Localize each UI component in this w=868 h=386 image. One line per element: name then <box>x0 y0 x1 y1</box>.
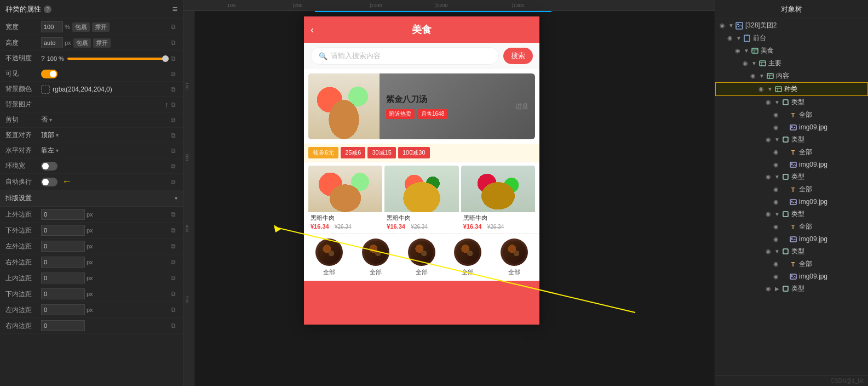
eye-icon-1[interactable]: ◉ <box>717 22 727 29</box>
valign-select[interactable]: 顶部 ▾ <box>41 130 59 140</box>
copy-margin-bottom-btn[interactable] <box>169 226 177 235</box>
copy-width-btn[interactable] <box>169 22 177 31</box>
tree-node-category[interactable]: ◉ ▼ 种类 <box>715 82 868 96</box>
prop-padding-right-input[interactable] <box>41 320 85 331</box>
prop-height-stretch-tag[interactable]: 撑开 <box>93 38 111 48</box>
copy-margin-top-btn[interactable] <box>169 210 177 219</box>
tree-toggle-1[interactable]: ▼ <box>727 22 735 29</box>
eye-icon-14[interactable]: ◉ <box>771 186 781 193</box>
coupon-4[interactable]: 100减30 <box>398 147 430 158</box>
copy-padding-right-btn[interactable] <box>169 321 177 330</box>
tree-node-img2[interactable]: ◉ img09.jpg <box>715 158 868 171</box>
copy-opacity-btn[interactable] <box>169 54 177 63</box>
eye-icon-21[interactable]: ◉ <box>771 273 781 280</box>
tree-node-img1[interactable]: ◉ img09.jpg <box>715 121 868 133</box>
eye-icon-22[interactable]: ◉ <box>763 285 773 292</box>
prop-margin-top-input[interactable] <box>41 209 85 220</box>
food-card-2[interactable]: 黑暗牛肉 ¥16.34 ¥26.34 <box>384 166 458 230</box>
prop-width-stretch-tag[interactable]: 撑开 <box>92 22 110 32</box>
autowrap-toggle[interactable] <box>41 178 58 186</box>
tree-toggle-13[interactable]: ▼ <box>773 174 781 180</box>
tree-toggle-4[interactable]: ▼ <box>750 60 758 66</box>
prop-margin-right-input[interactable] <box>41 257 85 268</box>
search-button[interactable]: 搜索 <box>503 48 533 64</box>
tree-node-img5[interactable]: ◉ img09.jpg <box>715 270 868 282</box>
prop-margin-bottom-input[interactable] <box>41 225 85 236</box>
halign-select[interactable]: 靠左 ▾ <box>41 146 59 155</box>
eye-icon-18[interactable]: ◉ <box>771 236 781 243</box>
tree-toggle-10[interactable]: ▼ <box>773 137 781 143</box>
tree-toggle-3[interactable]: ▼ <box>743 48 750 54</box>
eye-icon-13[interactable]: ◉ <box>763 173 773 180</box>
food-card-3[interactable]: 黑暗牛肉 ¥16.34 ¥26.34 <box>461 166 535 230</box>
tree-toggle-22[interactable]: ▶ <box>773 286 781 292</box>
tree-node-type5[interactable]: ◉ ▼ 类型 <box>715 245 868 258</box>
tree-node-main[interactable]: ◉ ▼ 主要 <box>715 57 868 70</box>
copy-padding-bottom-btn[interactable] <box>169 290 177 298</box>
tree-node-text4[interactable]: ◉ T 全部 <box>715 220 868 233</box>
cat-item-3[interactable]: 全部 <box>399 239 445 276</box>
copy-valign-btn[interactable] <box>169 131 177 140</box>
tree-node-frontdesk[interactable]: ◉ ▼ 前台 <box>715 32 868 44</box>
eye-icon-10[interactable]: ◉ <box>763 136 773 143</box>
copy-margin-right-btn[interactable] <box>169 258 177 266</box>
copy-bgcolor-btn[interactable] <box>169 85 177 94</box>
eye-icon-16[interactable]: ◉ <box>763 211 773 218</box>
coupon-1[interactable]: 领券6元 <box>308 147 338 158</box>
copy-envwidth-btn[interactable] <box>169 162 177 171</box>
help-icon[interactable]: ? <box>44 5 51 13</box>
food-card-1[interactable]: 黑暗牛肉 ¥16.34 ¥26.34 <box>308 166 382 230</box>
tree-toggle-5[interactable]: ▼ <box>758 73 766 79</box>
tree-node-text1[interactable]: ◉ T 全部 <box>715 109 868 121</box>
eye-icon-12[interactable]: ◉ <box>771 161 781 168</box>
eye-icon-19[interactable]: ◉ <box>763 248 773 255</box>
tree-toggle-7[interactable]: ▼ <box>773 99 781 105</box>
copy-height-btn[interactable] <box>169 38 177 47</box>
tree-toggle-16[interactable]: ▼ <box>773 211 781 217</box>
eye-icon-8[interactable]: ◉ <box>771 111 781 118</box>
eye-icon-2[interactable]: ◉ <box>725 35 735 42</box>
cat-item-5[interactable]: 全部 <box>491 239 537 276</box>
eye-icon-20[interactable]: ◉ <box>771 260 781 268</box>
opacity-help-icon[interactable]: ? <box>41 55 45 63</box>
tree-toggle-2[interactable]: ▼ <box>735 35 743 41</box>
tree-node-type3[interactable]: ◉ ▼ 类型 <box>715 171 868 183</box>
tree-node-328meituan[interactable]: ◉ ▼ [328]美团2 <box>715 19 868 32</box>
tree-node-img3[interactable]: ◉ img09.jpg <box>715 196 868 208</box>
eye-icon-7[interactable]: ◉ <box>763 99 773 106</box>
eye-icon-11[interactable]: ◉ <box>771 149 781 156</box>
tree-toggle-6[interactable]: ▼ <box>766 86 774 92</box>
eye-icon-6[interactable]: ◉ <box>756 86 766 93</box>
copy-padding-left-btn[interactable] <box>169 305 177 314</box>
cat-item-2[interactable]: 全部 <box>352 239 398 276</box>
layout-section-header[interactable]: 排版设置 ▾ <box>0 190 183 207</box>
menu-icon[interactable]: ≡ <box>173 4 177 14</box>
eye-icon-3[interactable]: ◉ <box>733 47 743 54</box>
eye-icon-9[interactable]: ◉ <box>771 124 781 131</box>
tree-node-content[interactable]: ◉ ▼ 内容 <box>715 70 868 82</box>
coupon-3[interactable]: 30减15 <box>367 147 395 158</box>
prop-padding-left-input[interactable] <box>41 304 85 315</box>
copy-clip-btn[interactable] <box>169 116 177 124</box>
tree-node-text5[interactable]: ◉ T 全部 <box>715 258 868 270</box>
eye-icon-17[interactable]: ◉ <box>771 223 781 230</box>
eye-icon-15[interactable]: ◉ <box>771 198 781 206</box>
upload-icon[interactable]: ↑ <box>165 100 169 109</box>
clip-select[interactable]: 否 ▾ <box>41 115 52 124</box>
cat-item-1[interactable]: 全部 <box>306 239 352 276</box>
prop-height-input[interactable] <box>41 37 63 48</box>
prop-width-wrap-tag[interactable]: 包裹 <box>72 22 90 32</box>
opacity-slider[interactable] <box>67 58 169 60</box>
prop-padding-top-input[interactable] <box>41 273 85 283</box>
prop-padding-bottom-input[interactable] <box>41 288 85 299</box>
copy-bgimg-btn[interactable] <box>169 100 177 109</box>
eye-icon-5[interactable]: ◉ <box>748 72 758 80</box>
tree-toggle-19[interactable]: ▼ <box>773 248 781 254</box>
eye-icon-4[interactable]: ◉ <box>740 60 750 67</box>
tree-node-text2[interactable]: ◉ T 全部 <box>715 146 868 158</box>
tree-node-type6[interactable]: ◉ ▶ 类型 <box>715 282 868 295</box>
copy-margin-left-btn[interactable] <box>169 242 177 251</box>
copy-visible-btn[interactable] <box>169 70 177 78</box>
tree-node-type1[interactable]: ◉ ▼ 类型 <box>715 96 868 109</box>
tree-node-food[interactable]: ◉ ▼ 美食 <box>715 44 868 57</box>
